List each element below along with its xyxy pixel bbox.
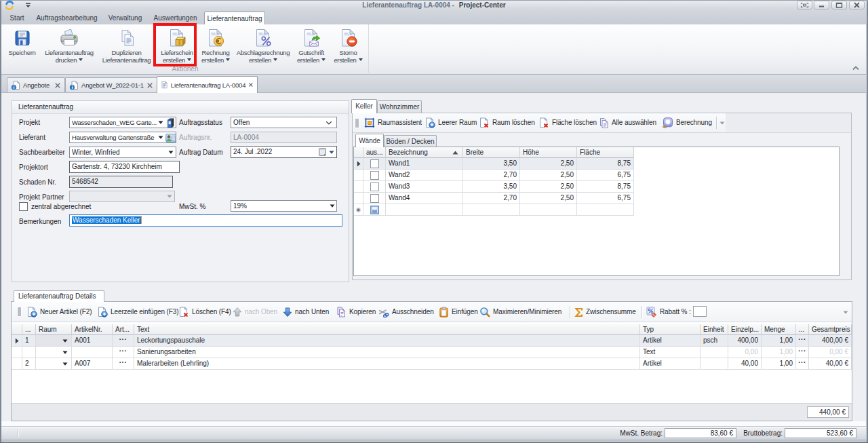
typ-cell[interactable]: Text: [640, 347, 701, 358]
ribbon-tab-auftragsbearbeitung[interactable]: Auftragsbearbeitung: [31, 12, 102, 24]
hoehe-cell[interactable]: 2,50: [520, 158, 577, 170]
row-ellipsis-cell[interactable]: ...: [796, 347, 809, 358]
close-tab-icon[interactable]: [146, 82, 153, 89]
gesamtpreis-cell[interactable]: 40,00 €: [809, 358, 852, 370]
leerer-raum-button[interactable]: Leerer Raum: [425, 117, 477, 128]
calendar-icon[interactable]: [318, 147, 327, 157]
zwischensumme-button[interactable]: Zwischensumme: [574, 307, 636, 317]
row-ellipsis-cell[interactable]: ...: [796, 335, 809, 347]
row-checkbox-cell[interactable]: [363, 193, 386, 204]
leerzeile-einfuegen-button[interactable]: Leerzeile einfügen (F3): [97, 307, 179, 317]
speichern-button[interactable]: Speichern: [5, 27, 39, 66]
checkbox[interactable]: [370, 194, 379, 203]
bezeichnung-cell[interactable]: Wand4: [386, 193, 463, 204]
rechnung-erstellen-button[interactable]: Rechnung erstellen: [199, 27, 233, 66]
hoehe-cell[interactable]: [520, 204, 577, 216]
hoehe-cell[interactable]: 2,50: [520, 193, 577, 204]
bemerkungen-field[interactable]: Wasserschaden Keller: [69, 214, 342, 227]
auftragsstatus-select[interactable]: Offen: [231, 117, 337, 128]
menge-cell[interactable]: 1,00: [762, 358, 796, 370]
select-chevron-icon[interactable]: [326, 121, 332, 125]
toolbar-grip[interactable]: [355, 119, 357, 128]
detail-row[interactable]: 1 A001 ... Leckortungspauschale Artikel …: [12, 335, 852, 347]
detail-row[interactable]: 2 A007 ... Malerarbeiten (Lehrling) Arti…: [12, 358, 852, 370]
row-checkbox-cell[interactable]: [363, 181, 386, 193]
room-tab-wohnzimmer[interactable]: Wohnzimmer: [377, 100, 422, 113]
storno-erstellen-button[interactable]: Storno erstellen: [331, 27, 366, 66]
col-header-einheit[interactable]: Einheit: [701, 324, 728, 335]
text-cell[interactable]: Malerarbeiten (Lehrling): [134, 358, 640, 370]
col-header-text[interactable]: Text: [134, 324, 640, 335]
new-row-icon-cell[interactable]: [363, 204, 386, 216]
new-row[interactable]: [354, 204, 839, 216]
room-tab-keller[interactable]: Keller: [351, 99, 377, 113]
details-tab[interactable]: Lieferantenauftrag Details: [14, 290, 104, 302]
maximieren-minimieren-button[interactable]: Maximieren/Minimieren: [479, 307, 561, 317]
col-header-flaeche[interactable]: Fläche: [577, 147, 634, 158]
raum-loeschen-button[interactable]: Raum löschen: [479, 117, 535, 128]
bezeichnung-cell[interactable]: [386, 204, 463, 216]
ribbon-tab-verwaltung[interactable]: Verwaltung: [102, 12, 148, 24]
projektort-field[interactable]: Gartenstr. 4, 73230 Kirchheim: [69, 161, 180, 173]
ellipsis-button[interactable]: ...: [119, 347, 127, 355]
toolbar-overflow-button[interactable]: [842, 306, 850, 318]
detail-row[interactable]: ... Sanierungsarbeiten Text 0,00 1,00 ..…: [12, 347, 852, 358]
wall-row[interactable]: Wand2 2,70 2,50 6,75: [354, 170, 839, 181]
hoehe-cell[interactable]: 2,50: [520, 181, 577, 193]
einheit-cell[interactable]: [701, 347, 728, 358]
gesamtpreis-cell[interactable]: 0,00 €: [809, 347, 852, 358]
art-ellipsis-cell[interactable]: ...: [113, 358, 134, 370]
dropdown-arrow-icon[interactable]: [62, 339, 68, 343]
flaeche-cell[interactable]: 6,75: [577, 170, 634, 181]
art-ellipsis-cell[interactable]: ...: [113, 347, 134, 358]
berechnung-button[interactable]: Berechnung: [662, 117, 712, 128]
maximize-button[interactable]: [831, 1, 847, 9]
breite-cell[interactable]: 2,70: [463, 170, 520, 181]
breite-cell[interactable]: 3,50: [463, 181, 520, 193]
row-selector-header[interactable]: [354, 147, 363, 158]
contact-card-icon[interactable]: [165, 134, 176, 142]
sachbearbeiter-combo[interactable]: Winter, Winfried: [69, 147, 176, 158]
artikelnr-cell[interactable]: A007: [72, 358, 113, 370]
col-header-art[interactable]: Art...: [113, 324, 134, 335]
artikelnr-cell[interactable]: [72, 347, 113, 358]
raum-combo-cell[interactable]: [36, 358, 72, 370]
binder-icon[interactable]: [166, 118, 175, 128]
col-header-breite[interactable]: Breite: [463, 147, 520, 158]
breite-cell[interactable]: 3,50: [463, 158, 520, 170]
doc-tab-angebote[interactable]: Angebote: [7, 77, 65, 92]
col-header-aus[interactable]: aus...: [363, 147, 386, 158]
einzelpreis-cell[interactable]: 0,00: [728, 347, 762, 358]
gesamtpreis-cell[interactable]: 400,00 €: [809, 335, 852, 347]
einfuegen-button[interactable]: Einfügen: [439, 307, 478, 317]
col-header-dots1[interactable]: ...: [22, 324, 36, 335]
raum-combo-cell[interactable]: [36, 347, 72, 358]
flaeche-cell[interactable]: [577, 204, 634, 216]
minimize-button[interactable]: [814, 1, 829, 9]
row-checkbox-cell[interactable]: [363, 158, 386, 170]
subtab-boeden-decken[interactable]: Böden / Decken: [384, 135, 437, 147]
nr-cell[interactable]: 1: [22, 335, 36, 347]
rabatt-button[interactable]: Rabatt % :: [646, 307, 691, 317]
text-cell[interactable]: Sanierungsarbeiten: [134, 347, 640, 358]
mwst-combo[interactable]: 19%: [231, 200, 337, 212]
col-header-dots2[interactable]: ...: [796, 324, 809, 335]
col-header-gesamtpreis[interactable]: Gesamtpreis: [809, 324, 852, 335]
wall-row[interactable]: Wand4 2,70 2,50 6,75: [354, 193, 839, 204]
ellipsis-button[interactable]: ...: [798, 358, 806, 366]
close-tab-icon[interactable]: [54, 82, 61, 89]
nr-cell[interactable]: [22, 347, 36, 358]
col-header-artikelnr[interactable]: ArtikelNr.: [72, 324, 113, 335]
checkbox[interactable]: [370, 159, 379, 168]
row-checkbox-cell[interactable]: [363, 170, 386, 181]
ellipsis-button[interactable]: ...: [798, 347, 806, 355]
typ-cell[interactable]: Artikel: [640, 358, 701, 370]
ribbon-tab-start[interactable]: Start: [3, 12, 31, 24]
col-header-typ[interactable]: Typ: [640, 324, 701, 335]
nach-oben-button[interactable]: nach Oben: [233, 307, 277, 317]
close-button[interactable]: [849, 1, 865, 9]
col-header-hoehe[interactable]: Höhe: [520, 147, 577, 158]
dropdown-arrow-icon[interactable]: [62, 362, 68, 366]
doc-tab-lieferantenauftrag-la-0004[interactable]: Lieferantenauftrag LA-0004: [157, 76, 258, 93]
einzelpreis-cell[interactable]: 400,00: [728, 335, 762, 347]
